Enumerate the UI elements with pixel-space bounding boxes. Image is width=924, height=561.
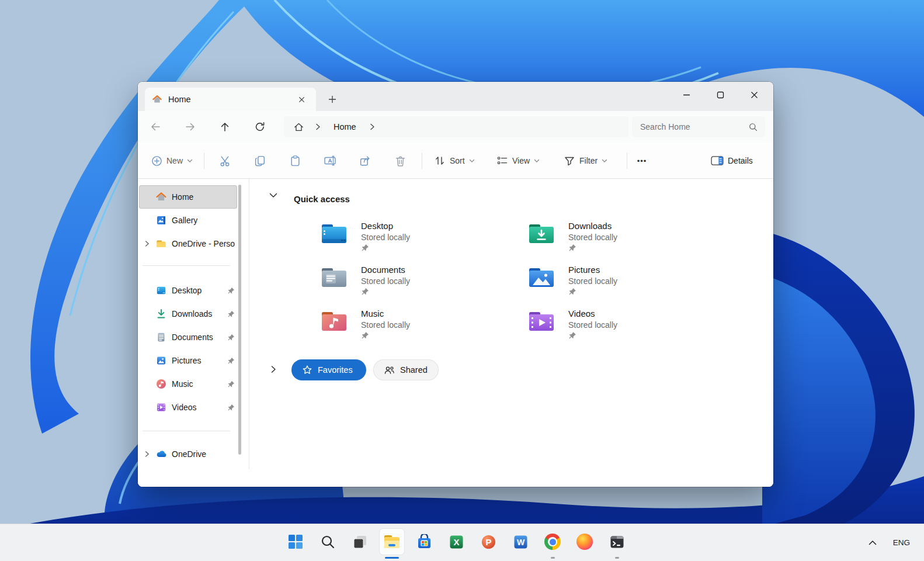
sidebar-item-downloads[interactable]: Downloads <box>139 302 237 325</box>
up-button[interactable] <box>215 117 235 136</box>
close-icon <box>298 96 305 103</box>
sidebar-item-onedrive[interactable]: OneDrive <box>139 442 237 466</box>
filter-button[interactable]: Filter <box>558 150 613 171</box>
powerpoint-button[interactable]: P <box>477 529 500 555</box>
tab-home[interactable]: Home <box>145 88 316 111</box>
share-button[interactable] <box>356 151 374 170</box>
downloads-icon <box>154 308 168 320</box>
powerpoint-icon: P <box>481 534 496 550</box>
delete-button[interactable] <box>391 151 409 170</box>
address-bar[interactable]: Home <box>284 116 628 137</box>
file-explorer-button[interactable] <box>380 529 404 555</box>
tile-subtitle: Stored locally <box>568 276 617 286</box>
copy-button[interactable] <box>251 151 269 170</box>
sort-button[interactable]: Sort <box>429 150 480 171</box>
sidebar-item-videos[interactable]: Videos <box>139 396 237 419</box>
refresh-button[interactable] <box>250 117 270 136</box>
plus-circle-icon <box>151 155 162 167</box>
search-input[interactable] <box>639 122 748 132</box>
start-button[interactable] <box>284 529 307 555</box>
chevron-down-icon <box>602 159 607 163</box>
desktop-icon <box>154 285 168 296</box>
tile-subtitle: Stored locally <box>361 320 410 330</box>
more-options-button[interactable]: ••• <box>631 151 652 170</box>
sidebar-item-home[interactable]: Home <box>139 185 237 209</box>
tile-pictures[interactable]: Pictures Stored locally <box>527 265 720 301</box>
navigation-pane: Home Gallery <box>138 179 249 469</box>
microsoft-store-button[interactable] <box>412 529 436 555</box>
tile-name: Downloads <box>568 221 617 231</box>
sidebar-item-music[interactable]: Music <box>139 372 237 396</box>
sidebar-item-pictures[interactable]: Pictures <box>139 349 237 372</box>
chrome-button[interactable] <box>541 529 564 555</box>
tile-downloads[interactable]: Downloads Stored locally <box>527 221 720 257</box>
tile-desktop[interactable]: Desktop Stored locally <box>320 221 513 257</box>
tile-documents[interactable]: Documents Stored locally <box>320 265 513 301</box>
content-pane: Quick access Desktop Stored locally <box>250 179 773 487</box>
filter-icon <box>564 155 575 167</box>
details-pane-button[interactable]: Details <box>706 150 758 171</box>
excel-icon: X <box>449 534 464 550</box>
sort-icon <box>434 155 446 167</box>
shared-section-button[interactable]: Shared <box>373 359 439 380</box>
paste-icon <box>289 155 301 167</box>
task-view-button[interactable] <box>348 529 371 555</box>
rename-button[interactable] <box>321 151 339 170</box>
minimize-button[interactable] <box>673 83 700 106</box>
chevron-down-icon <box>469 159 475 163</box>
expand-chevron-icon[interactable] <box>270 365 276 373</box>
home-icon <box>154 191 168 203</box>
command-toolbar: New <box>138 143 773 179</box>
expand-chevron-icon[interactable] <box>139 240 154 247</box>
arrow-right-icon <box>185 121 196 133</box>
sidebar-item-desktop[interactable]: Desktop <box>139 279 237 302</box>
tab-close-button[interactable] <box>294 92 309 107</box>
terminal-button[interactable] <box>605 529 628 555</box>
tile-music[interactable]: Music Stored locally <box>320 309 513 345</box>
sidebar-item-gallery[interactable]: Gallery <box>139 209 237 232</box>
pin-icon <box>224 380 237 388</box>
pictures-icon <box>154 355 168 366</box>
breadcrumb-home-button[interactable] <box>290 122 308 133</box>
new-button[interactable]: New <box>146 150 198 171</box>
favorites-section-button[interactable]: Favorites <box>291 359 366 380</box>
maximize-button[interactable] <box>707 83 734 106</box>
search-box[interactable] <box>632 116 765 137</box>
navigation-bar: Home <box>138 111 773 143</box>
copy-icon <box>254 155 266 167</box>
sidebar-item-onedrive-personal[interactable]: OneDrive - Perso <box>139 232 237 255</box>
show-hidden-icons-button[interactable] <box>865 536 880 549</box>
breadcrumb-home[interactable]: Home <box>328 122 362 131</box>
chevron-right-icon <box>315 123 321 130</box>
collapse-chevron-icon[interactable] <box>269 193 277 198</box>
excel-button[interactable]: X <box>444 529 468 555</box>
cut-button[interactable] <box>216 151 234 170</box>
expand-chevron-icon[interactable] <box>139 451 154 458</box>
back-button[interactable] <box>145 117 165 136</box>
search-icon <box>748 122 758 132</box>
language-indicator[interactable]: ENG <box>893 538 910 547</box>
terminal-icon <box>609 534 625 550</box>
firefox-button[interactable] <box>573 529 596 555</box>
filter-button-label: Filter <box>579 156 598 165</box>
word-button[interactable]: W <box>509 529 532 555</box>
tile-videos[interactable]: Videos Stored locally <box>527 309 720 345</box>
tile-subtitle: Stored locally <box>568 233 617 242</box>
window-body: Home Gallery <box>138 179 773 487</box>
forward-button[interactable] <box>180 117 200 136</box>
pin-icon <box>224 310 237 318</box>
view-button-label: View <box>512 156 530 165</box>
share-icon <box>359 155 371 167</box>
chevron-right-icon[interactable] <box>369 123 375 130</box>
sidebar-divider <box>143 265 230 266</box>
paste-button[interactable] <box>286 151 304 170</box>
new-tab-button[interactable] <box>324 91 341 108</box>
plus-icon <box>328 95 336 103</box>
sidebar-item-documents[interactable]: Documents <box>139 325 237 349</box>
sidebar-divider <box>143 431 230 431</box>
sidebar-scrollbar[interactable] <box>238 185 241 455</box>
taskbar-search-button[interactable] <box>316 529 339 555</box>
view-button[interactable]: View <box>491 150 545 171</box>
close-window-button[interactable] <box>741 83 767 106</box>
tile-name: Videos <box>568 309 617 318</box>
